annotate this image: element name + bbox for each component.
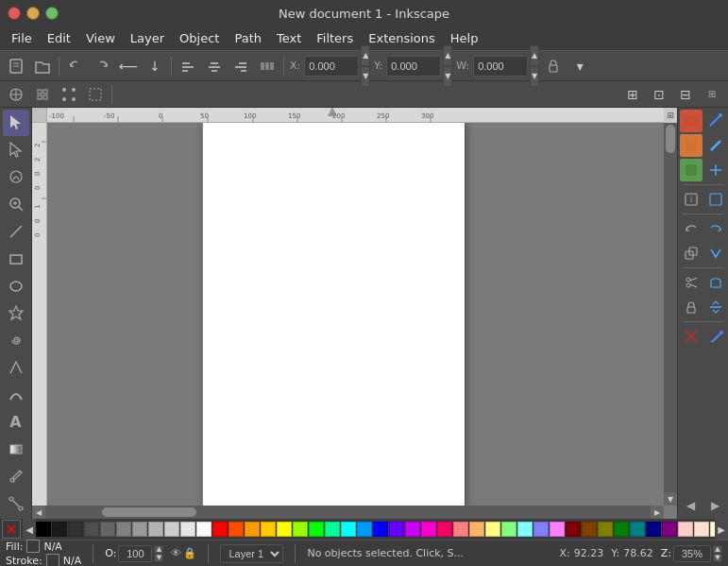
fill-color-swatch[interactable] <box>26 540 40 553</box>
palette-swatch[interactable] <box>598 522 613 537</box>
palette-swatch[interactable] <box>68 522 83 537</box>
palette-swatch[interactable] <box>309 522 324 537</box>
pan-left-button[interactable]: ◀ <box>680 494 703 517</box>
scissors-button[interactable] <box>680 271 703 294</box>
pen-tool[interactable] <box>3 354 29 381</box>
fit-page-button[interactable]: ⊞ <box>664 108 677 123</box>
zoom-input[interactable] <box>673 545 711 562</box>
palette-swatch[interactable] <box>646 522 661 537</box>
align-nodes-button[interactable] <box>704 296 727 318</box>
palette-swatch[interactable] <box>405 522 420 537</box>
pattern-button[interactable] <box>704 159 727 181</box>
canvas-area[interactable]: -100 -50 0 50 100 150 200 250 300 <box>32 108 677 519</box>
prev-button[interactable]: ⟵ <box>116 54 141 78</box>
dropper-tool[interactable] <box>3 463 29 489</box>
menu-object[interactable]: Object <box>172 29 227 47</box>
stroke-color-swatch[interactable] <box>46 554 59 566</box>
open-button[interactable] <box>30 54 55 78</box>
view-eye-icon[interactable]: 👁 <box>171 547 181 559</box>
snap-all-button[interactable] <box>4 82 28 107</box>
tweak-tool[interactable] <box>3 164 29 191</box>
more-options-button[interactable]: ▾ <box>567 54 592 78</box>
palette-swatch[interactable] <box>84 522 99 537</box>
raise-button[interactable] <box>680 242 703 265</box>
object-properties-button[interactable]: i <box>680 188 703 211</box>
vscroll-down-arrow[interactable]: ▼ <box>664 492 677 506</box>
undo-button[interactable] <box>63 54 88 78</box>
vscroll-thumb[interactable] <box>666 125 675 153</box>
lock-button[interactable] <box>680 296 703 318</box>
no-color-swatch[interactable]: ✕ <box>2 520 21 539</box>
lock-aspect-button[interactable] <box>541 54 566 78</box>
palette-swatch[interactable] <box>517 522 533 537</box>
palette-swatch[interactable] <box>373 522 388 537</box>
extra-tool-2[interactable] <box>704 325 727 348</box>
snap-bbox-button[interactable] <box>83 82 108 107</box>
menu-path[interactable]: Path <box>227 29 269 47</box>
palette-swatch[interactable] <box>341 522 356 537</box>
canvas-document-area[interactable] <box>47 123 664 506</box>
pan-right-button[interactable]: ▶ <box>704 494 727 517</box>
palette-swatch[interactable] <box>485 522 500 537</box>
menu-edit[interactable]: Edit <box>40 29 78 47</box>
palette-swatch[interactable] <box>662 522 677 537</box>
x-input[interactable] <box>304 56 359 77</box>
paste-size-button[interactable] <box>704 271 727 294</box>
zoom-down-btn[interactable]: ▼ <box>713 554 722 562</box>
spiral-tool[interactable] <box>3 327 29 353</box>
palette-swatch[interactable] <box>630 522 645 537</box>
palette-swatch[interactable] <box>148 522 163 537</box>
palette-swatch[interactable] <box>678 522 693 537</box>
lower-button[interactable] <box>704 242 727 265</box>
redo-button[interactable] <box>90 54 114 78</box>
clipboard-button[interactable] <box>704 217 727 240</box>
zoom-tool[interactable] <box>3 191 29 217</box>
y-up-btn[interactable]: ▲ <box>443 45 452 66</box>
menu-view[interactable]: View <box>78 29 123 47</box>
extra-tool-1[interactable] <box>680 325 703 348</box>
next-button[interactable]: ↓ <box>143 54 167 78</box>
snap-right-3[interactable]: ⊟ <box>673 82 698 107</box>
palette-swatch[interactable] <box>196 522 212 537</box>
hscroll-left-arrow[interactable]: ◀ <box>32 506 45 519</box>
pencil-tool[interactable] <box>3 218 29 245</box>
menu-file[interactable]: File <box>4 29 40 47</box>
stroke-marker-button[interactable] <box>704 134 727 157</box>
calligraphy-tool[interactable] <box>3 382 29 408</box>
node-tool[interactable] <box>3 137 29 163</box>
palette-scroll-left[interactable]: ◀ <box>23 519 36 540</box>
rect-tool[interactable] <box>3 246 29 272</box>
palette-swatch[interactable] <box>453 522 468 537</box>
palette-swatch[interactable] <box>100 522 115 537</box>
snap-right-2[interactable]: ⊡ <box>647 82 671 107</box>
opacity-input[interactable] <box>118 545 152 562</box>
layer-select[interactable]: Layer 1 <box>220 544 283 563</box>
close-button[interactable] <box>8 7 21 20</box>
hscroll-thumb[interactable] <box>102 507 196 517</box>
snap-right-1[interactable]: ⊞ <box>620 82 645 107</box>
distribute-button[interactable] <box>255 54 279 78</box>
palette-swatch[interactable] <box>357 522 372 537</box>
y-input[interactable] <box>386 56 441 77</box>
palette-swatch[interactable] <box>164 522 179 537</box>
w-down-btn[interactable]: ▼ <box>530 66 539 87</box>
connector-tool[interactable] <box>3 490 29 517</box>
snap-grid-button[interactable] <box>30 82 55 107</box>
text-tool[interactable]: A <box>3 409 29 436</box>
undo-hist-button[interactable] <box>680 217 703 240</box>
palette-swatch[interactable] <box>325 522 340 537</box>
palette-swatch[interactable] <box>614 522 629 537</box>
palette-swatch[interactable] <box>229 522 244 537</box>
align-left-button[interactable] <box>176 54 200 78</box>
vertical-scrollbar[interactable]: ▲ ▼ <box>664 108 677 506</box>
x-down-btn[interactable]: ▼ <box>361 66 370 87</box>
y-down-btn[interactable]: ▼ <box>443 66 452 87</box>
opacity-up-btn[interactable]: ▲ <box>154 545 163 554</box>
fill-rule-button[interactable] <box>680 134 703 157</box>
palette-swatch[interactable] <box>116 522 131 537</box>
palette-swatch[interactable] <box>212 522 228 537</box>
select-tool[interactable] <box>3 110 29 136</box>
palette-swatch[interactable] <box>501 522 516 537</box>
w-input[interactable] <box>473 56 528 77</box>
minimize-button[interactable] <box>26 7 40 20</box>
